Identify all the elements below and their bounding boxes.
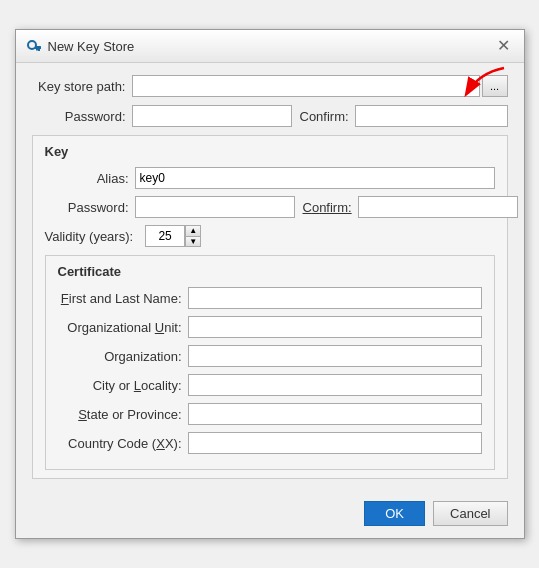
certificate-title: Certificate: [58, 264, 482, 279]
svg-point-0: [28, 41, 36, 49]
city-input[interactable]: [188, 374, 482, 396]
certificate-section: Certificate First and Last Name: Organiz…: [45, 255, 495, 470]
dialog-footer: OK Cancel: [16, 491, 524, 538]
confirm-label: Confirm:: [300, 109, 349, 124]
password-input[interactable]: [132, 105, 292, 127]
key-section-title: Key: [45, 144, 495, 159]
cancel-button[interactable]: Cancel: [433, 501, 507, 526]
password-row: Password: Confirm:: [32, 105, 508, 127]
key-password-label: Password:: [45, 200, 135, 215]
key-password-input[interactable]: [135, 196, 295, 218]
keystore-path-row: Key store path: ...: [32, 75, 508, 97]
org-unit-input[interactable]: [188, 316, 482, 338]
state-input[interactable]: [188, 403, 482, 425]
svg-rect-3: [36, 49, 38, 51]
org-unit-row: Organizational Unit:: [58, 316, 482, 338]
org-row: Organization:: [58, 345, 482, 367]
first-last-input[interactable]: [188, 287, 482, 309]
keystore-icon: [26, 38, 42, 54]
password-label: Password:: [32, 109, 132, 124]
alias-row: Alias:: [45, 167, 495, 189]
keystore-path-label: Key store path:: [32, 79, 132, 94]
validity-spinner[interactable]: 25 ▲ ▼: [145, 225, 201, 247]
confirm-input[interactable]: [355, 105, 508, 127]
svg-rect-2: [38, 49, 40, 51]
country-label: Country Code (XX):: [58, 436, 188, 451]
city-row: City or Locality:: [58, 374, 482, 396]
country-row: Country Code (XX):: [58, 432, 482, 454]
spinner-down-button[interactable]: ▼: [185, 236, 201, 247]
state-row: State or Province:: [58, 403, 482, 425]
key-confirm-label: Confirm:: [303, 200, 352, 215]
city-label: City or Locality:: [58, 378, 188, 393]
state-label: State or Province:: [58, 407, 188, 422]
spinner-buttons: ▲ ▼: [185, 225, 201, 247]
ok-button[interactable]: OK: [364, 501, 425, 526]
key-section: Key Alias: Password: Confirm: Validity (…: [32, 135, 508, 479]
title-bar: New Key Store ✕: [16, 30, 524, 63]
svg-rect-1: [35, 46, 41, 49]
browse-button[interactable]: ...: [482, 75, 508, 97]
org-unit-label: Organizational Unit:: [58, 320, 188, 335]
dialog-title: New Key Store: [48, 39, 135, 54]
validity-row: Validity (years): 25 ▲ ▼: [45, 225, 495, 247]
keystore-path-input[interactable]: [132, 75, 480, 97]
org-input[interactable]: [188, 345, 482, 367]
alias-label: Alias:: [45, 171, 135, 186]
org-label: Organization:: [58, 349, 188, 364]
alias-input[interactable]: [135, 167, 495, 189]
key-confirm-input[interactable]: [358, 196, 518, 218]
country-input[interactable]: [188, 432, 482, 454]
first-last-row: First and Last Name:: [58, 287, 482, 309]
validity-label: Validity (years):: [45, 229, 140, 244]
key-password-row: Password: Confirm:: [45, 196, 495, 218]
spinner-up-button[interactable]: ▲: [185, 225, 201, 236]
first-last-label: First and Last Name:: [58, 291, 188, 306]
close-button[interactable]: ✕: [493, 36, 514, 56]
validity-input[interactable]: 25: [145, 225, 185, 247]
